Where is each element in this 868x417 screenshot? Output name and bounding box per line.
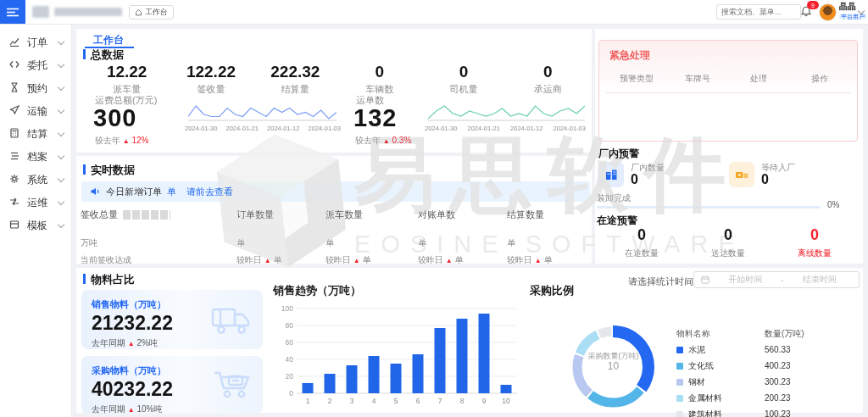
- sparkline-date: 2024-01-03: [309, 125, 341, 132]
- triangle-up-icon: ▲: [383, 137, 390, 145]
- tab-workbench[interactable]: 工作台: [93, 33, 124, 47]
- sidebar-item-label: 档案: [27, 150, 58, 164]
- waiting-enter-card: [729, 162, 754, 187]
- factory-count-value: 0: [631, 173, 638, 186]
- transit-stat: 0送达数量: [685, 225, 771, 266]
- sparkline-date: 2024-01-03: [554, 125, 586, 132]
- svg-text:40: 40: [286, 355, 294, 364]
- total-stats-row: 12.22派车量122.22签收量222.32结算量0车辆数0司机量0承运商: [85, 63, 590, 100]
- purchase-material-compare: 去年同期 ▲ 10%吨: [92, 403, 253, 415]
- sidebar-item-2[interactable]: 委托: [0, 54, 71, 77]
- realtime-column: 结算数量单较昨日 ▲ 单: [507, 208, 544, 221]
- sidebar-item-1[interactable]: 订单: [0, 31, 71, 54]
- legend-row: 水泥560.33: [676, 342, 825, 358]
- factory-alert-title: 厂内预警: [598, 147, 639, 161]
- sparkline-date: 2024-01-12: [267, 125, 299, 132]
- gear-icon: [9, 174, 19, 186]
- legend-row: 文化纸400.23: [676, 358, 825, 374]
- emergency-column-header: 操作: [789, 73, 850, 85]
- legend-row: 金属材料200.23: [676, 390, 825, 406]
- announcement-bar: 今日新增订单 单 请前去查看: [81, 181, 590, 202]
- svg-text:100: 100: [281, 304, 293, 313]
- transit-stat: 0离线数量: [771, 225, 858, 266]
- emergency-panel: 紧急处理 预警类型车牌号处理操作: [598, 40, 858, 142]
- calendar-icon: [701, 275, 709, 284]
- transit-stats: 0在途数量0送达数量0离线数量: [598, 225, 858, 266]
- chevron-down-icon: [58, 175, 64, 182]
- stat-label: 司机量: [421, 83, 505, 96]
- start-time-placeholder[interactable]: 开始时间: [713, 274, 777, 286]
- menu-toggle-button[interactable]: [0, 0, 25, 24]
- building-icon: [605, 169, 618, 181]
- legend-row: 建筑材料100.23: [676, 406, 825, 417]
- svg-text:1: 1: [306, 397, 310, 405]
- transit-stat-value: 0: [685, 225, 771, 244]
- triangle-up-icon: ▲: [123, 137, 130, 145]
- svg-text:3: 3: [350, 397, 354, 405]
- notification-badge: 9: [807, 1, 819, 9]
- avatar[interactable]: [819, 3, 837, 21]
- stat-value: 122.22: [169, 63, 253, 81]
- waiting-enter-value: 0: [761, 173, 769, 186]
- legend-value: 100.23: [765, 409, 791, 417]
- announcement-link[interactable]: 请前去查看: [186, 186, 233, 198]
- stat-value: 0: [421, 63, 505, 81]
- sales-material-card: 销售物料（万吨） 21232.22 去年同期 ▲ 2%吨: [81, 290, 263, 349]
- svg-text:6: 6: [416, 397, 420, 405]
- section-accent-bar: [83, 49, 86, 59]
- sidebar-item-4[interactable]: 运输: [0, 100, 71, 123]
- legend-value: 560.33: [765, 345, 791, 354]
- material-ratio-title: 物料占比: [83, 272, 135, 287]
- end-time-placeholder[interactable]: 结束时间: [787, 274, 852, 286]
- donut-center-label: 采购数量(万吨) 10: [573, 351, 654, 371]
- search-input[interactable]: [716, 4, 801, 19]
- transit-stat-label: 送达数量: [685, 247, 771, 259]
- sidebar-item-3[interactable]: 预约: [0, 77, 71, 100]
- breadcrumb[interactable]: 工作台: [129, 5, 174, 19]
- freight-sparkline-dates: 2024-01-302024-01-212024-01-122024-01-03: [185, 125, 341, 132]
- stat-value: 0: [506, 63, 590, 81]
- sales-material-compare: 去年同期 ▲ 2%吨: [92, 337, 253, 349]
- emergency-table-header: 预警类型车牌号处理操作: [606, 73, 850, 93]
- speaker-icon: [90, 186, 101, 197]
- sales-trend-title: 销售趋势（万吨）: [273, 283, 361, 298]
- time-filter-label: 请选择统计时间: [628, 275, 693, 288]
- purchase-ratio-chart-title: 采购比例: [530, 283, 574, 298]
- legend-row: 钢材300.23: [676, 374, 825, 390]
- realtime-column: 签收总量万吨当前签收达成: [81, 208, 170, 221]
- legend-name: 金属材料: [688, 392, 722, 404]
- chart-line-icon: [9, 36, 19, 49]
- sparkline-date: 2024-01-12: [510, 125, 542, 132]
- section-accent-bar: [83, 164, 86, 175]
- svg-text:8: 8: [460, 397, 465, 405]
- stat-value: 0: [337, 63, 421, 81]
- sparkline-date: 2024-01-21: [226, 125, 259, 132]
- transit-stat-label: 离线数量: [771, 247, 858, 259]
- svg-text:80: 80: [286, 321, 294, 330]
- chevron-down-icon: [58, 130, 64, 136]
- sidebar-item-8[interactable]: 运维: [0, 192, 71, 214]
- legend-value: 300.23: [765, 377, 791, 386]
- legend-swatch: [676, 363, 683, 370]
- date-range-picker[interactable]: 开始时间 - 结束时间: [693, 271, 860, 288]
- sales-trend-chart: 02040608010012345678910: [278, 300, 524, 414]
- stat-label: 承运商: [506, 83, 590, 96]
- unload-progress-bar: [597, 206, 821, 208]
- notification-button[interactable]: 9: [800, 5, 812, 20]
- emergency-title: 紧急处理: [609, 48, 857, 63]
- realtime-column-unit: 单: [418, 237, 426, 249]
- emergency-column-header: 车牌号: [667, 73, 728, 85]
- sidebar-item-6[interactable]: 档案: [0, 146, 71, 169]
- sidebar-item-9[interactable]: 模板: [0, 214, 71, 237]
- calculator-icon: [9, 128, 19, 141]
- truck-enter-icon: [735, 170, 749, 181]
- sidebar-item-5[interactable]: 结算: [0, 123, 71, 146]
- realtime-column-unit: 单: [236, 237, 245, 249]
- announcement-text: 今日新增订单: [106, 186, 162, 198]
- sidebar-item-label: 委托: [27, 58, 58, 73]
- sidebar-item-7[interactable]: 系统: [0, 169, 71, 192]
- triangle-up-icon: ▲: [128, 406, 135, 414]
- svg-text:7: 7: [438, 397, 442, 405]
- legend-value: 400.23: [765, 361, 791, 370]
- stat-label: 签收量: [169, 83, 253, 96]
